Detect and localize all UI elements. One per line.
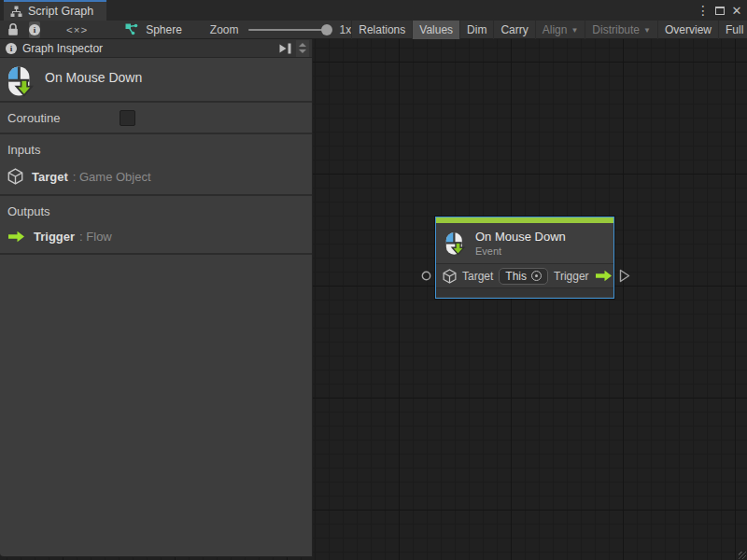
port-type: : Flow <box>79 230 112 244</box>
tab-title: Script Graph <box>28 5 93 18</box>
dim-button[interactable]: Dim <box>459 21 493 39</box>
inspected-event-section: On Mouse Down <box>0 58 312 103</box>
graph-owner-name: Sphere <box>146 23 182 36</box>
maximize-button[interactable] <box>712 1 728 20</box>
mouse-down-icon <box>7 65 35 101</box>
coroutine-label: Coroutine <box>7 111 60 125</box>
cube-icon <box>7 168 23 185</box>
node-title: On Mouse Down <box>475 230 566 244</box>
node-header[interactable]: On Mouse Down Event <box>436 223 613 263</box>
outputs-title: Outputs <box>7 204 304 218</box>
input-row-target: Target : Game Object <box>7 168 304 185</box>
relations-button[interactable]: Relations <box>351 21 412 39</box>
object-picker-icon[interactable] <box>531 271 542 281</box>
maximize-icon <box>715 7 725 15</box>
inputs-title: Inputs <box>7 143 304 157</box>
node-ports-row: Target This Trigger <box>436 263 613 287</box>
outputs-section: Outputs Trigger : Flow <box>0 196 312 255</box>
coroutine-row: Coroutine <box>0 103 312 134</box>
values-button[interactable]: Values <box>412 21 459 39</box>
flow-arrow-icon <box>7 231 25 243</box>
distribute-dropdown[interactable]: Distribute ▼ <box>585 21 657 39</box>
align-dropdown[interactable]: Align ▼ <box>535 21 585 39</box>
info-icon: i <box>29 24 40 35</box>
overview-button[interactable]: Overview <box>657 21 718 39</box>
output-row-trigger: Trigger : Flow <box>7 230 304 244</box>
collapse-panel-icon[interactable] <box>278 42 292 55</box>
full-screen-button[interactable]: Full Screen <box>718 21 747 39</box>
carry-button[interactable]: Carry <box>493 21 534 39</box>
edit-script-icon[interactable]: <×> <box>66 24 88 35</box>
info-icon: i <box>6 43 17 54</box>
zoom-value: 1x <box>340 23 352 36</box>
coroutine-checkbox[interactable] <box>120 110 135 126</box>
resize-grip[interactable] <box>739 552 746 559</box>
unity-script-graph-window: { "window": { "tab_title": "Script Graph… <box>0 0 747 560</box>
zoom-label: Zoom <box>210 23 239 36</box>
node-on-mouse-down[interactable]: On Mouse Down Event Target This Trigger <box>435 217 614 299</box>
mouse-down-icon <box>445 231 466 256</box>
tab-script-graph[interactable]: Script Graph <box>4 0 106 21</box>
chevron-down-icon: ▼ <box>571 26 578 35</box>
output-edge-port[interactable] <box>619 269 630 283</box>
graph-inspector-header: i Graph Inspector <box>0 39 312 58</box>
zoom-slider[interactable] <box>248 29 329 31</box>
window-controls: ⋮ ✕ <box>695 0 745 21</box>
port-type: : Game Object <box>73 170 151 184</box>
panel-scroller[interactable] <box>296 40 309 57</box>
node-subtitle: Event <box>475 245 566 257</box>
close-button[interactable]: ✕ <box>728 1 745 20</box>
zoom-slider-handle[interactable] <box>321 24 332 35</box>
graph-inspector-panel: i Graph Inspector On Mouse Down Corouti <box>0 39 313 557</box>
node-footer <box>436 287 613 297</box>
input-edge-port[interactable] <box>421 271 431 281</box>
target-port-label: Target <box>462 270 493 283</box>
arrow-up-icon <box>299 43 306 47</box>
script-graph-icon <box>10 6 22 18</box>
target-value-dropdown[interactable]: This <box>499 268 548 285</box>
graph-toolbar: i <×> Sphere Zoom 1x Relations Values Di… <box>0 21 747 39</box>
graph-owner[interactable]: Sphere <box>125 23 182 36</box>
chevron-down-icon: ▼ <box>643 26 651 35</box>
zoom-control: Zoom 1x <box>210 23 351 36</box>
flow-graph-icon <box>125 23 138 35</box>
graph-inspector-toggle-button[interactable]: i <box>29 21 40 38</box>
inputs-section: Inputs Target : Game Object <box>0 134 312 196</box>
cube-icon <box>443 269 457 284</box>
graph-inspector-title: Graph Inspector <box>22 42 278 55</box>
inspected-event-title: On Mouse Down <box>45 70 142 101</box>
flow-arrow-icon[interactable] <box>595 270 613 282</box>
lock-icon[interactable] <box>7 22 20 36</box>
port-name: Target <box>32 170 68 184</box>
trigger-port-label: Trigger <box>554 270 589 283</box>
window-menu-button[interactable]: ⋮ <box>695 1 712 20</box>
arrow-down-icon <box>299 49 306 53</box>
toolbar-buttons: Relations Values Dim Carry Align ▼ Distr… <box>351 21 747 39</box>
window-tab-strip: Script Graph ⋮ ✕ <box>0 0 747 21</box>
port-name: Trigger <box>34 230 75 244</box>
node-header-text: On Mouse Down Event <box>475 230 566 257</box>
